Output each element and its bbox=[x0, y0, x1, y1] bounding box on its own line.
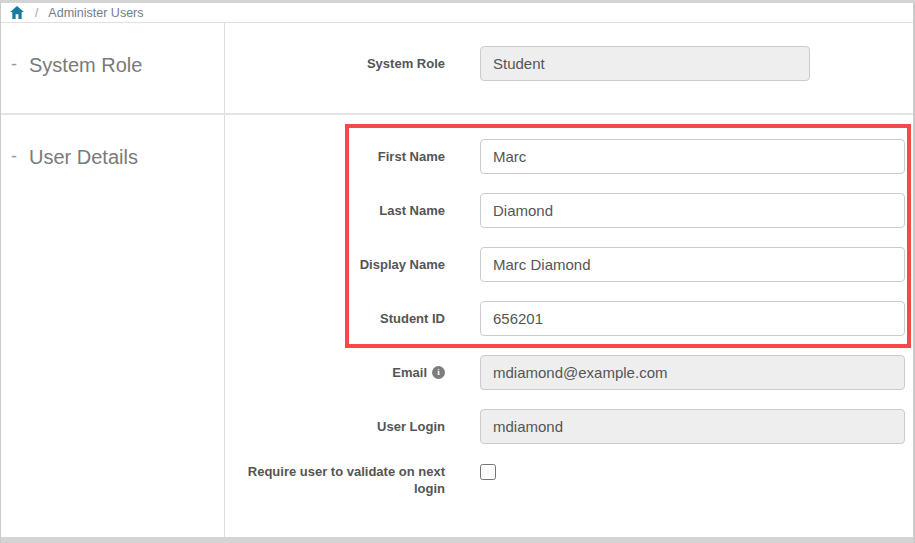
user-details-content: First Name Last Name Display Name bbox=[225, 115, 913, 537]
section-system-role: - System Role System Role bbox=[1, 23, 913, 115]
validate-login-row: Require user to validate on next login bbox=[225, 463, 913, 497]
collapse-toggle-icon[interactable]: - bbox=[11, 53, 17, 75]
user-login-row: User Login bbox=[225, 409, 913, 444]
email-label-wrap: Email i bbox=[225, 365, 445, 380]
page-body: - System Role System Role - User Details bbox=[1, 23, 913, 537]
last-name-row: Last Name bbox=[225, 193, 913, 228]
first-name-row: First Name bbox=[225, 139, 913, 174]
first-name-field[interactable] bbox=[480, 139, 905, 174]
breadcrumb-current: Administer Users bbox=[48, 6, 143, 20]
email-field bbox=[480, 355, 905, 390]
sidebar-heading-label: System Role bbox=[29, 53, 142, 77]
home-icon[interactable] bbox=[10, 6, 24, 19]
sidebar-user-details: - User Details bbox=[1, 115, 225, 537]
section-user-details: - User Details First Name Last Name bbox=[1, 115, 913, 537]
administer-users-page: / Administer Users - System Role System … bbox=[0, 0, 915, 543]
student-id-label: Student ID bbox=[225, 311, 445, 326]
display-name-row: Display Name bbox=[225, 247, 913, 282]
user-login-field bbox=[480, 409, 905, 444]
breadcrumb: / Administer Users bbox=[1, 3, 913, 23]
validate-login-label: Require user to validate on next login bbox=[225, 463, 445, 497]
last-name-field[interactable] bbox=[480, 193, 905, 228]
info-icon[interactable]: i bbox=[432, 366, 445, 379]
email-label: Email bbox=[392, 365, 427, 380]
last-name-label: Last Name bbox=[225, 203, 445, 218]
display-name-field[interactable] bbox=[480, 247, 905, 282]
sidebar-system-role: - System Role bbox=[1, 23, 225, 113]
validate-checkbox[interactable] bbox=[480, 464, 496, 480]
breadcrumb-separator: / bbox=[35, 6, 38, 20]
system-role-field bbox=[480, 46, 810, 81]
display-name-label: Display Name bbox=[225, 257, 445, 272]
system-role-content: System Role bbox=[225, 23, 913, 113]
sidebar-heading-label: User Details bbox=[29, 145, 138, 169]
student-id-field[interactable] bbox=[480, 301, 905, 336]
horizontal-scrollbar[interactable] bbox=[1, 537, 913, 543]
collapse-toggle-icon[interactable]: - bbox=[11, 145, 17, 167]
email-row: Email i bbox=[225, 355, 913, 390]
user-login-label: User Login bbox=[225, 419, 445, 434]
first-name-label: First Name bbox=[225, 149, 445, 164]
student-id-row: Student ID bbox=[225, 301, 913, 336]
system-role-row: System Role bbox=[225, 46, 913, 81]
sidebar-heading-system-role[interactable]: - System Role bbox=[11, 53, 224, 77]
system-role-label: System Role bbox=[225, 56, 445, 71]
sidebar-heading-user-details[interactable]: - User Details bbox=[11, 145, 224, 169]
